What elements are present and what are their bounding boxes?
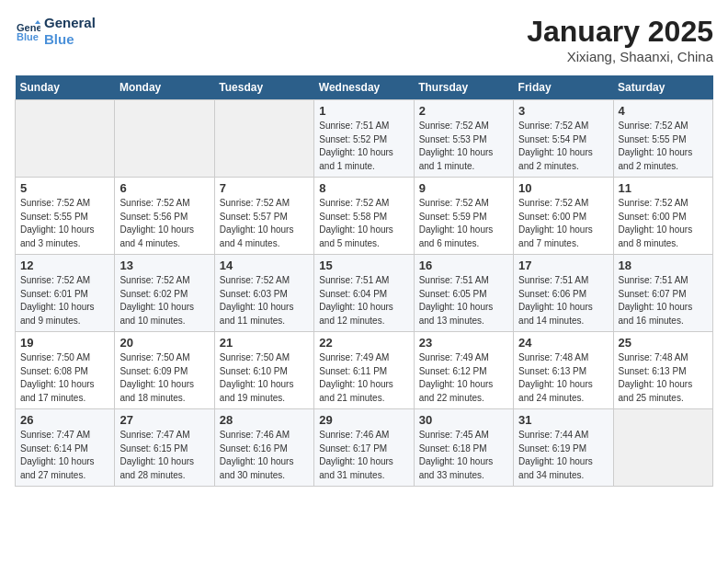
day-number: 23 [419,336,508,350]
calendar-cell: 23Sunrise: 7:49 AM Sunset: 6:12 PM Dayli… [414,332,513,409]
day-number: 20 [119,336,209,350]
day-info: Sunrise: 7:52 AM Sunset: 5:54 PM Dayligh… [518,120,608,173]
day-number: 12 [20,259,109,272]
calendar-cell: 25Sunrise: 7:48 AM Sunset: 6:13 PM Dayli… [613,332,712,409]
weekday-header-row: SundayMondayTuesdayWednesdayThursdayFrid… [16,75,713,100]
day-info: Sunrise: 7:47 AM Sunset: 6:15 PM Dayligh… [119,429,209,482]
day-info: Sunrise: 7:52 AM Sunset: 5:53 PM Dayligh… [419,120,508,173]
day-info: Sunrise: 7:52 AM Sunset: 5:58 PM Dayligh… [319,197,408,250]
day-info: Sunrise: 7:46 AM Sunset: 6:17 PM Dayligh… [319,429,408,482]
calendar-cell: 11Sunrise: 7:52 AM Sunset: 6:00 PM Dayli… [613,178,712,255]
day-info: Sunrise: 7:52 AM Sunset: 6:02 PM Dayligh… [119,274,209,327]
day-info: Sunrise: 7:48 AM Sunset: 6:13 PM Dayligh… [518,351,608,405]
weekday-header-wednesday: Wednesday [314,75,414,100]
day-info: Sunrise: 7:44 AM Sunset: 6:19 PM Dayligh… [518,429,608,482]
weekday-header-sunday: Sunday [16,75,115,100]
day-info: Sunrise: 7:52 AM Sunset: 5:57 PM Dayligh… [220,197,309,250]
day-info: Sunrise: 7:49 AM Sunset: 6:12 PM Dayligh… [419,351,508,405]
day-info: Sunrise: 7:45 AM Sunset: 6:18 PM Dayligh… [419,429,508,482]
calendar-cell: 18Sunrise: 7:51 AM Sunset: 6:07 PM Dayli… [613,255,712,332]
svg-text:Blue: Blue [17,31,39,42]
day-number: 10 [518,181,608,195]
week-row-1: 1Sunrise: 7:51 AM Sunset: 5:52 PM Daylig… [16,100,713,178]
day-number: 6 [119,181,209,195]
calendar-cell: 20Sunrise: 7:50 AM Sunset: 6:09 PM Dayli… [115,332,214,409]
day-number: 25 [619,336,708,350]
day-number: 29 [319,413,408,427]
day-number: 4 [619,104,708,118]
day-number: 19 [20,336,109,350]
weekday-header-tuesday: Tuesday [214,75,313,100]
day-number: 9 [419,181,508,195]
calendar-cell: 5Sunrise: 7:52 AM Sunset: 5:55 PM Daylig… [16,178,115,255]
day-info: Sunrise: 7:50 AM Sunset: 6:09 PM Dayligh… [119,351,209,405]
day-info: Sunrise: 7:52 AM Sunset: 6:03 PM Dayligh… [220,274,309,327]
logo-text-general: General [44,15,96,31]
day-info: Sunrise: 7:52 AM Sunset: 5:55 PM Dayligh… [20,197,109,250]
calendar-cell: 9Sunrise: 7:52 AM Sunset: 5:59 PM Daylig… [414,178,513,255]
day-number: 30 [419,413,508,427]
day-number: 1 [319,104,408,118]
day-info: Sunrise: 7:49 AM Sunset: 6:11 PM Dayligh… [319,351,408,405]
calendar-cell: 14Sunrise: 7:52 AM Sunset: 6:03 PM Dayli… [214,255,313,332]
title-block: January 2025 Xixiang, Shaanxi, China [527,15,713,64]
day-number: 11 [619,181,708,195]
calendar-cell [115,100,214,178]
day-info: Sunrise: 7:51 AM Sunset: 5:52 PM Dayligh… [319,120,408,173]
calendar-cell [214,100,313,178]
day-info: Sunrise: 7:52 AM Sunset: 6:01 PM Dayligh… [20,274,109,327]
day-number: 7 [220,181,309,195]
week-row-5: 26Sunrise: 7:47 AM Sunset: 6:14 PM Dayli… [16,409,713,487]
month-title: January 2025 [527,15,713,49]
calendar-cell: 28Sunrise: 7:46 AM Sunset: 6:16 PM Dayli… [214,409,313,487]
day-info: Sunrise: 7:51 AM Sunset: 6:06 PM Dayligh… [518,274,608,327]
day-info: Sunrise: 7:50 AM Sunset: 6:10 PM Dayligh… [220,351,309,405]
day-number: 16 [419,259,508,272]
weekday-header-monday: Monday [115,75,214,100]
calendar-cell: 30Sunrise: 7:45 AM Sunset: 6:18 PM Dayli… [414,409,513,487]
day-number: 2 [419,104,508,118]
day-number: 8 [319,181,408,195]
day-number: 31 [518,413,608,427]
day-number: 14 [220,259,309,272]
weekday-header-friday: Friday [514,75,613,100]
week-row-2: 5Sunrise: 7:52 AM Sunset: 5:55 PM Daylig… [16,178,713,255]
day-number: 24 [518,336,608,350]
calendar-cell: 17Sunrise: 7:51 AM Sunset: 6:06 PM Dayli… [514,255,613,332]
calendar-cell: 8Sunrise: 7:52 AM Sunset: 5:58 PM Daylig… [314,178,414,255]
day-number: 3 [518,104,608,118]
week-row-3: 12Sunrise: 7:52 AM Sunset: 6:01 PM Dayli… [16,255,713,332]
calendar-cell: 26Sunrise: 7:47 AM Sunset: 6:14 PM Dayli… [16,409,115,487]
calendar-cell: 2Sunrise: 7:52 AM Sunset: 5:53 PM Daylig… [414,100,513,178]
calendar-cell: 24Sunrise: 7:48 AM Sunset: 6:13 PM Dayli… [514,332,613,409]
calendar-cell: 27Sunrise: 7:47 AM Sunset: 6:15 PM Dayli… [115,409,214,487]
weekday-header-saturday: Saturday [613,75,712,100]
day-info: Sunrise: 7:52 AM Sunset: 6:00 PM Dayligh… [619,197,708,250]
calendar-cell: 19Sunrise: 7:50 AM Sunset: 6:08 PM Dayli… [16,332,115,409]
day-info: Sunrise: 7:47 AM Sunset: 6:14 PM Dayligh… [20,429,109,482]
calendar-cell: 12Sunrise: 7:52 AM Sunset: 6:01 PM Dayli… [16,255,115,332]
location-subtitle: Xixiang, Shaanxi, China [527,49,713,64]
day-info: Sunrise: 7:52 AM Sunset: 5:56 PM Dayligh… [119,197,209,250]
logo-icon: General Blue [15,18,40,44]
calendar-cell: 22Sunrise: 7:49 AM Sunset: 6:11 PM Dayli… [314,332,414,409]
logo-text-blue: Blue [44,31,96,48]
calendar-cell: 29Sunrise: 7:46 AM Sunset: 6:17 PM Dayli… [314,409,414,487]
weekday-header-thursday: Thursday [414,75,513,100]
day-number: 13 [119,259,209,272]
day-info: Sunrise: 7:48 AM Sunset: 6:13 PM Dayligh… [619,351,708,405]
calendar-body: 1Sunrise: 7:51 AM Sunset: 5:52 PM Daylig… [16,100,713,487]
day-number: 17 [518,259,608,272]
day-number: 22 [319,336,408,350]
day-info: Sunrise: 7:51 AM Sunset: 6:07 PM Dayligh… [619,274,708,327]
day-number: 18 [619,259,708,272]
calendar-cell: 13Sunrise: 7:52 AM Sunset: 6:02 PM Dayli… [115,255,214,332]
calendar-cell: 7Sunrise: 7:52 AM Sunset: 5:57 PM Daylig… [214,178,313,255]
calendar-cell: 10Sunrise: 7:52 AM Sunset: 6:00 PM Dayli… [514,178,613,255]
calendar-cell: 6Sunrise: 7:52 AM Sunset: 5:56 PM Daylig… [115,178,214,255]
page-header: General Blue General Blue January 2025 X… [15,15,713,64]
day-info: Sunrise: 7:51 AM Sunset: 6:05 PM Dayligh… [419,274,508,327]
calendar-cell [613,409,712,487]
calendar-cell: 3Sunrise: 7:52 AM Sunset: 5:54 PM Daylig… [514,100,613,178]
week-row-4: 19Sunrise: 7:50 AM Sunset: 6:08 PM Dayli… [16,332,713,409]
